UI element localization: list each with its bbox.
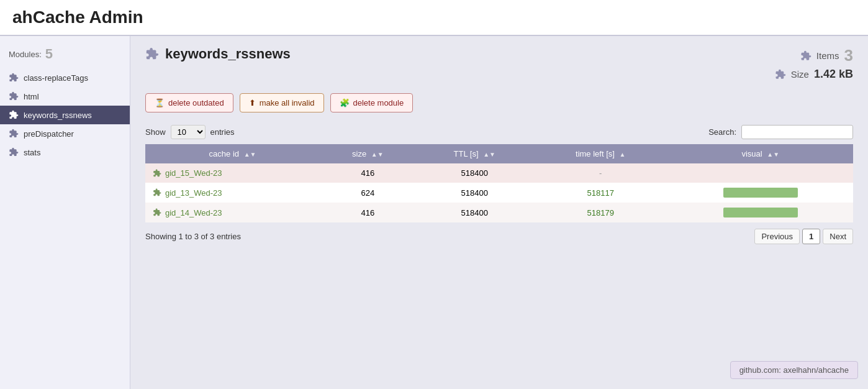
- table-footer: Showing 1 to 3 of 3 entries Previous 1 N…: [145, 229, 853, 244]
- delete-module-label: delete module: [353, 98, 404, 108]
- entries-label: entries: [210, 127, 235, 137]
- content-header: keywords_rssnews Items 3 Size 1.42 kB: [145, 46, 853, 83]
- size-value: 1.42 kB: [814, 68, 853, 81]
- modules-count: 5: [45, 46, 53, 62]
- items-value: 3: [844, 46, 853, 65]
- puzzle-icon: [9, 129, 19, 139]
- row-puzzle-icon: [153, 188, 161, 197]
- show-label: Show: [145, 127, 166, 137]
- table-controls: Show 10 25 50 100 entries Search:: [145, 125, 853, 139]
- table-row: gid_14_Wed-23416518400518179: [145, 203, 853, 222]
- items-label: Items: [816, 50, 839, 61]
- make-all-invalid-label: make all invalid: [260, 98, 315, 108]
- sidebar-item-label: class-replaceTags: [24, 73, 88, 83]
- main-layout: Modules: 5 class-replaceTags html keywor…: [0, 36, 868, 389]
- sort-arrows-time-left: ▲: [620, 151, 626, 158]
- delete-module-button[interactable]: 🧩 delete module: [330, 93, 414, 112]
- next-button[interactable]: Next: [823, 229, 853, 244]
- sidebar-item-keywords-rssnews[interactable]: keywords_rssnews: [0, 106, 130, 124]
- sort-arrows-cache-id: ▲▼: [244, 151, 256, 158]
- search-label: Search:: [708, 127, 736, 137]
- modules-label-text: Modules:: [9, 50, 42, 59]
- row-size: 416: [320, 163, 416, 183]
- hourglass-icon: ⏳: [155, 98, 165, 108]
- pagination: Previous 1 Next: [754, 229, 853, 244]
- delete-outdated-label: delete outdated: [168, 98, 224, 108]
- sidebar-item-label: stats: [24, 148, 40, 157]
- action-buttons: ⏳ delete outdated ⬆ make all invalid 🧩 d…: [145, 93, 853, 112]
- puzzle-icon: [9, 73, 19, 83]
- row-time-left: 518117: [533, 183, 667, 203]
- sidebar-item-html[interactable]: html: [0, 87, 130, 106]
- sidebar: Modules: 5 class-replaceTags html keywor…: [0, 36, 130, 389]
- puzzle-icon: [9, 147, 19, 157]
- col-time-left[interactable]: time left [s] ▲: [533, 144, 667, 163]
- delete-puzzle-icon: 🧩: [340, 98, 350, 108]
- puzzle-icon: [9, 91, 19, 101]
- col-ttl-label: TTL [s]: [454, 149, 479, 158]
- size-puzzle-icon: [775, 69, 786, 80]
- stats-panel: Items 3 Size 1.42 kB: [775, 46, 853, 83]
- upload-icon: ⬆: [249, 98, 256, 108]
- showing-text: Showing 1 to 3 of 3 entries: [145, 232, 241, 241]
- github-link[interactable]: github.com: axelhahn/ahcache: [730, 361, 858, 379]
- puzzle-icon: [9, 110, 19, 120]
- row-ttl: 518400: [416, 183, 533, 203]
- sidebar-item-label: keywords_rssnews: [24, 111, 92, 120]
- cache-id-link[interactable]: gid_15_Wed-23: [153, 168, 312, 178]
- table-row: gid_15_Wed-23416518400-: [145, 163, 853, 183]
- search-box: Search:: [708, 125, 853, 139]
- module-name: keywords_rssnews: [165, 46, 291, 62]
- sidebar-item-predispatcher[interactable]: preDispatcher: [0, 124, 130, 143]
- make-all-invalid-button[interactable]: ⬆ make all invalid: [240, 93, 324, 112]
- col-cache-id[interactable]: cache id ▲▼: [145, 144, 320, 163]
- delete-outdated-button[interactable]: ⏳ delete outdated: [145, 93, 233, 112]
- row-visual: [667, 163, 853, 183]
- row-ttl: 518400: [416, 203, 533, 222]
- content-area: keywords_rssnews Items 3 Size 1.42 kB ⏳ …: [130, 36, 868, 389]
- row-puzzle-icon: [153, 208, 161, 217]
- previous-button[interactable]: Previous: [754, 229, 800, 244]
- sidebar-item-class-replacetags[interactable]: class-replaceTags: [0, 68, 130, 87]
- sort-arrows-ttl: ▲▼: [483, 151, 495, 158]
- items-stat-row: Items 3: [775, 46, 853, 65]
- row-visual: [667, 183, 853, 203]
- page-1-button[interactable]: 1: [802, 229, 820, 244]
- sidebar-item-label: html: [24, 92, 39, 101]
- table-row: gid_13_Wed-23624518400518117: [145, 183, 853, 203]
- module-title: keywords_rssnews: [145, 46, 291, 62]
- col-size[interactable]: size ▲▼: [320, 144, 416, 163]
- sort-arrows-visual: ▲▼: [767, 151, 779, 158]
- search-input[interactable]: [741, 125, 853, 139]
- row-visual: [667, 203, 853, 222]
- col-cache-id-label: cache id: [209, 149, 239, 158]
- size-label: Size: [791, 69, 809, 80]
- sidebar-item-stats[interactable]: stats: [0, 143, 130, 162]
- row-size: 624: [320, 183, 416, 203]
- col-visual[interactable]: visual ▲▼: [667, 144, 853, 163]
- row-time-left: -: [533, 163, 667, 183]
- row-puzzle-icon: [153, 169, 161, 178]
- row-time-left: 518179: [533, 203, 667, 222]
- app-header: ahCache Admin: [0, 0, 868, 36]
- sidebar-item-label: preDispatcher: [24, 129, 74, 139]
- col-visual-label: visual: [741, 149, 762, 158]
- entries-per-page-select[interactable]: 10 25 50 100: [171, 125, 206, 139]
- col-size-label: size: [352, 149, 366, 158]
- modules-label: Modules: 5: [0, 42, 130, 68]
- sort-arrows-size: ▲▼: [371, 151, 384, 158]
- cache-id-link[interactable]: gid_14_Wed-23: [153, 208, 312, 217]
- app-title: ahCache Admin: [12, 7, 856, 27]
- size-stat-row: Size 1.42 kB: [775, 68, 853, 81]
- row-ttl: 518400: [416, 163, 533, 183]
- cache-id-link[interactable]: gid_13_Wed-23: [153, 188, 312, 198]
- items-puzzle-icon: [800, 50, 811, 62]
- module-puzzle-icon: [145, 47, 159, 61]
- table-header-row: cache id ▲▼ size ▲▼ TTL [s] ▲▼ time left…: [145, 144, 853, 163]
- row-size: 416: [320, 203, 416, 222]
- col-ttl[interactable]: TTL [s] ▲▼: [416, 144, 533, 163]
- data-table: cache id ▲▼ size ▲▼ TTL [s] ▲▼ time left…: [145, 144, 853, 222]
- col-time-left-label: time left [s]: [576, 149, 615, 158]
- show-entries-control: Show 10 25 50 100 entries: [145, 125, 235, 139]
